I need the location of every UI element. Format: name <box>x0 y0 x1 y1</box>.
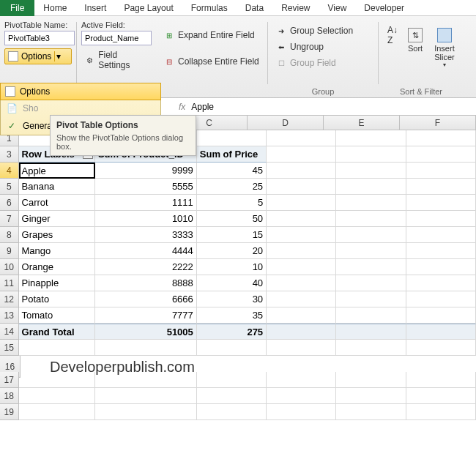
row-header-14[interactable]: 14 <box>0 324 19 340</box>
pivot-row-label[interactable]: Ginger <box>19 211 95 227</box>
cell[interactable] <box>336 130 406 146</box>
row-header-11[interactable]: 11 <box>0 275 19 291</box>
cell[interactable] <box>406 163 476 179</box>
pivot-value[interactable]: 3333 <box>95 227 197 243</box>
grand-total-label[interactable]: Grand Total <box>19 324 95 340</box>
cell[interactable] <box>336 307 406 324</box>
pivot-value[interactable]: 1111 <box>95 195 197 211</box>
cell[interactable] <box>406 372 476 388</box>
menu-developer[interactable]: Developer <box>355 1 413 15</box>
pivot-row-label[interactable]: Orange <box>19 259 95 275</box>
cell[interactable] <box>336 195 406 211</box>
cell[interactable] <box>267 146 336 163</box>
collapse-field-button[interactable]: ⊟ Collapse Entire Field <box>160 54 263 69</box>
cell[interactable] <box>406 130 476 146</box>
formula-value[interactable]: Apple <box>191 102 214 112</box>
row-header-5[interactable]: 5 <box>0 179 19 195</box>
active-field-input[interactable] <box>81 31 152 45</box>
row-header-15[interactable]: 15 <box>0 340 19 356</box>
pivot-value[interactable]: 10 <box>197 259 267 275</box>
pivot-value[interactable]: 30 <box>197 291 267 307</box>
cell[interactable] <box>19 404 95 420</box>
field-settings-button[interactable]: ⚙ Field Settings <box>81 48 152 72</box>
cell[interactable] <box>406 307 476 324</box>
menu-data[interactable]: Data <box>237 1 272 15</box>
cell[interactable] <box>267 324 336 340</box>
cell[interactable] <box>406 259 476 275</box>
pivot-value[interactable]: 8888 <box>95 275 197 291</box>
cell[interactable] <box>267 307 336 324</box>
cell[interactable] <box>406 211 476 227</box>
cell[interactable] <box>95 404 197 420</box>
cell[interactable] <box>267 130 336 146</box>
cell[interactable] <box>406 275 476 291</box>
pivot-row-label[interactable]: Potato <box>19 291 95 307</box>
cell[interactable] <box>336 163 406 179</box>
row-header-3[interactable]: 3 <box>0 146 19 163</box>
menu-page-layout[interactable]: Page Layout <box>115 1 182 15</box>
cell[interactable] <box>267 291 336 307</box>
pivot-row-label[interactable]: Apple <box>19 163 95 179</box>
col-header-F[interactable]: F <box>400 116 476 130</box>
pivot-row-label[interactable]: Tomato <box>19 307 95 324</box>
pivot-value[interactable]: 50 <box>197 211 267 227</box>
cell[interactable] <box>95 340 197 356</box>
cell[interactable] <box>267 179 336 195</box>
cell[interactable] <box>19 388 95 404</box>
cell[interactable] <box>406 388 476 404</box>
cell[interactable] <box>267 372 336 388</box>
cell[interactable] <box>95 388 197 404</box>
cell[interactable] <box>406 324 476 340</box>
pivot-value[interactable]: 25 <box>197 179 267 195</box>
pivot-value[interactable]: 15 <box>197 227 267 243</box>
row-header-7[interactable]: 7 <box>0 211 19 227</box>
cell[interactable] <box>406 195 476 211</box>
sort-az-button[interactable]: A↓Z <box>383 25 402 47</box>
insert-slicer-button[interactable]: Insert Slicer ▾ <box>428 25 461 71</box>
cell[interactable] <box>406 146 476 163</box>
menu-review[interactable]: Review <box>272 1 319 15</box>
pivot-value[interactable]: 9999 <box>95 163 197 179</box>
options-button[interactable]: Options ▾ <box>4 48 72 64</box>
options-dropdown-arrow[interactable]: ▾ <box>54 51 62 61</box>
cell[interactable] <box>336 227 406 243</box>
pivot-row-label[interactable]: Banana <box>19 179 95 195</box>
pivot-value[interactable]: 4444 <box>95 243 197 259</box>
col-header-E[interactable]: E <box>324 116 400 130</box>
pivot-value[interactable]: 35 <box>197 307 267 324</box>
grand-total-price[interactable]: 275 <box>197 324 267 340</box>
row-header-8[interactable]: 8 <box>0 227 19 243</box>
col-header-D[interactable]: D <box>248 116 324 130</box>
pivot-name-input[interactable] <box>4 31 75 45</box>
cell[interactable] <box>197 388 267 404</box>
cell[interactable] <box>336 243 406 259</box>
file-menu[interactable]: File <box>0 0 34 16</box>
pivot-value[interactable]: 45 <box>197 163 267 179</box>
cell[interactable] <box>197 372 267 388</box>
cell[interactable] <box>19 372 95 388</box>
pivot-value[interactable]: 2222 <box>95 259 197 275</box>
menu-home[interactable]: Home <box>34 1 75 15</box>
pivot-row-label[interactable]: Mango <box>19 243 95 259</box>
pivot-value[interactable]: 6666 <box>95 291 197 307</box>
row-header-18[interactable]: 18 <box>0 388 19 404</box>
row-header-19[interactable]: 19 <box>0 404 19 420</box>
options-menu-options[interactable]: Options <box>0 83 161 100</box>
cell[interactable] <box>267 388 336 404</box>
row-header-12[interactable]: 12 <box>0 291 19 307</box>
cell[interactable] <box>406 243 476 259</box>
row-header-9[interactable]: 9 <box>0 243 19 259</box>
row-header-4[interactable]: 4 <box>0 163 19 179</box>
pivot-row-label[interactable]: Grapes <box>19 227 95 243</box>
cell[interactable] <box>406 404 476 420</box>
grand-total-pid[interactable]: 51005 <box>95 324 197 340</box>
menu-view[interactable]: View <box>319 1 356 15</box>
row-header-10[interactable]: 10 <box>0 259 19 275</box>
pivot-value[interactable]: 1010 <box>95 211 197 227</box>
pivot-value[interactable]: 7777 <box>95 307 197 324</box>
pivot-value[interactable]: 40 <box>197 275 267 291</box>
cell[interactable] <box>336 259 406 275</box>
menu-insert[interactable]: Insert <box>75 1 115 15</box>
cell[interactable] <box>267 340 336 356</box>
cell[interactable] <box>336 291 406 307</box>
